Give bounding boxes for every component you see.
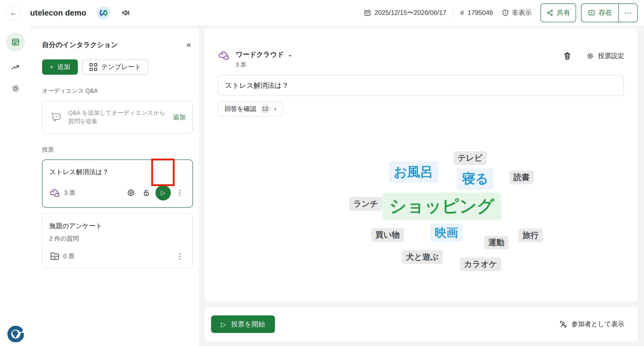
poll-card-survey[interactable]: 無題のアンケート 2 件の質問 0 票 ⋮: [42, 214, 193, 268]
event-dates: 2025/12/15〜2026/06/17: [364, 8, 446, 17]
back-button[interactable]: ←: [6, 6, 21, 20]
view-as-participant-label: 参加者として表示: [572, 320, 624, 329]
webex-logo-icon: [99, 10, 108, 16]
wordcloud-word: 映画: [430, 224, 463, 242]
nav-analytics[interactable]: [10, 62, 21, 73]
qa-prompt-text: Q&A を追加してオーディエンスから質問を収集: [68, 109, 167, 126]
share-button[interactable]: 共有: [540, 3, 576, 22]
wordcloud-word: 読書: [510, 170, 534, 184]
lock-open-icon: [142, 189, 150, 197]
sidebar-title: 自分のインタラクション: [42, 40, 118, 50]
template-grid-icon: [90, 63, 97, 71]
wordcloud-canvas: テレビお風呂寝る読書ランチショッピング買い物映画運動旅行犬と遊ぶカラオケ: [204, 28, 638, 302]
presence-button[interactable]: 存在: [582, 4, 618, 22]
template-button[interactable]: テンプレート: [82, 60, 148, 75]
chat-bubbles-icon: [49, 111, 62, 124]
survey-folder-icon: [49, 251, 60, 261]
poll-card-wordcloud[interactable]: ストレス解消法は？ 3 票: [42, 160, 193, 208]
nav-interactions-active[interactable]: [6, 32, 25, 52]
webex-logo-badge: [97, 6, 110, 20]
wordcloud-word: お風呂: [389, 162, 438, 183]
kebab-icon: ⋮: [176, 252, 184, 260]
poll-subtitle: 2 件の質問: [49, 235, 186, 243]
wordcloud-word: 買い物: [371, 228, 404, 242]
poll-menu-button[interactable]: ⋮: [174, 188, 186, 197]
poll-action-bar: ▷ 投票を開始 参加者として表示: [204, 307, 638, 341]
polls-section-label: 投票: [42, 146, 193, 154]
calendar-icon: [364, 9, 371, 17]
back-arrow-icon: ←: [10, 8, 18, 17]
visibility-icon: [127, 188, 135, 197]
shield-alert-icon: [502, 9, 509, 17]
participant-view-icon: [559, 320, 568, 328]
wordcloud-word: 犬と遊ぶ: [402, 250, 443, 264]
present-play-icon: [588, 9, 596, 17]
lock-toggle-button[interactable]: [140, 187, 152, 199]
share-label: 共有: [557, 8, 570, 17]
chevrons-left-icon: «: [186, 40, 191, 49]
left-nav-rail: ?: [0, 26, 31, 346]
qa-add-link[interactable]: 追加: [173, 113, 186, 122]
wordcloud-word: テレビ: [454, 151, 487, 165]
play-icon: ▷: [161, 190, 166, 196]
visibility-toggle-button[interactable]: [125, 187, 137, 199]
kebab-icon: ⋮: [176, 189, 184, 197]
play-outline-icon: ▷: [221, 320, 226, 328]
wordcloud-word: 寝る: [457, 168, 494, 190]
poll-detail-panel: ワードクラウド ⌄ 3 票 投票設定: [204, 28, 638, 302]
qa-empty-card[interactable]: Q&A を追加してオーディエンスから質問を収集 追加: [42, 100, 193, 134]
more-options-button[interactable]: ⋯: [619, 4, 637, 22]
hidden-label: 非表示: [512, 8, 532, 17]
qa-section-label: オーディエンス Q&A: [42, 87, 193, 95]
wordcloud-word: 運動: [484, 236, 508, 250]
start-poll-button[interactable]: ▷ 投票を開始: [211, 316, 275, 333]
hidden-status-toggle[interactable]: 非表示: [502, 8, 532, 17]
poll-title: ストレス解消法は？: [49, 168, 186, 176]
wordcloud-word: カラオケ: [460, 257, 501, 271]
poll-menu-button[interactable]: ⋮: [174, 252, 186, 260]
wordcloud-word: ショッピング: [382, 192, 501, 220]
announcement-button[interactable]: [120, 8, 132, 18]
hash-icon: #: [460, 9, 464, 17]
interactions-sidebar: 自分のインタラクション « + 追加 テンプレート オーディエンス Q&A Q&…: [31, 28, 199, 346]
header-divider: [453, 8, 454, 18]
event-code-group: # 1795046: [460, 9, 493, 17]
nav-settings[interactable]: [10, 83, 21, 94]
presence-label: 存在: [598, 8, 612, 17]
megaphone-icon: [122, 9, 130, 17]
poll-votes: 3 票: [64, 189, 76, 197]
start-poll-play-button[interactable]: ▷: [156, 185, 171, 200]
poll-votes: 0 票: [63, 252, 74, 260]
gear-icon: [11, 84, 20, 93]
add-button-label: 追加: [57, 62, 70, 72]
plus-icon: +: [50, 64, 54, 71]
template-button-label: テンプレート: [101, 62, 141, 72]
trend-up-icon: [11, 62, 20, 72]
add-interaction-button[interactable]: + 追加: [42, 60, 78, 75]
wordcloud-word: ランチ: [349, 197, 382, 211]
event-code-text: 1795046: [468, 9, 493, 16]
wordcloud-word: 旅行: [518, 228, 543, 242]
date-range-text: 2025/12/15〜2026/06/17: [374, 8, 446, 17]
view-as-participant-button[interactable]: 参加者として表示: [559, 320, 624, 329]
ellipsis-icon: ⋯: [624, 8, 632, 17]
poll-title: 無題のアンケート: [49, 222, 186, 230]
interactions-doc-icon: [11, 37, 20, 47]
presence-split-button: 存在 ⋯: [581, 3, 638, 22]
page-title: utelecon demo: [30, 8, 86, 17]
share-icon: [546, 9, 554, 16]
top-header: ← utelecon demo 2025/12/15〜2026/06/17 # …: [0, 0, 644, 26]
start-poll-label: 投票を開始: [231, 320, 265, 329]
collapse-sidebar-button[interactable]: «: [185, 40, 193, 50]
slido-logo: [7, 325, 24, 342]
wordcloud-icon: [49, 188, 61, 198]
